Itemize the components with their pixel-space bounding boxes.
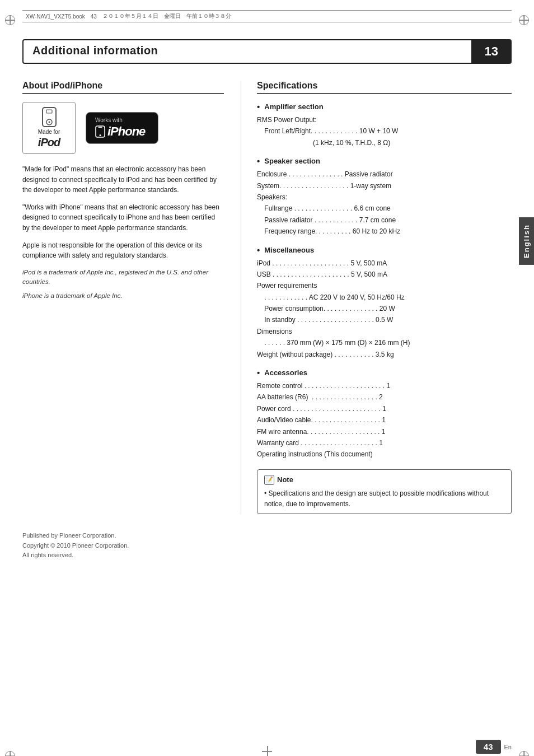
spec-line-3-3: Audio/Video cable. . . . . . . . . . . .…: [257, 414, 512, 426]
iphone-device-icon: [95, 125, 105, 138]
spec-line-2-6: Dimensions: [257, 326, 512, 337]
left-column: About iPod/iPhone Made for iPod: [22, 81, 224, 301]
spec-line-0-2: (1 kHz, 10 %, T.H.D., 8 Ω): [257, 137, 512, 148]
meta-date: ２０１０年５月１４日: [102, 12, 158, 20]
spec-line-1-2: Speakers:: [257, 192, 512, 203]
chapter-header: Additional information 13: [22, 39, 512, 64]
meta-file: XW-NAV1_VXZT5.book: [26, 13, 85, 20]
corner-circle-tl: [5, 15, 15, 25]
meta-day: 金曜日: [164, 12, 181, 20]
spec-line-1-4: Passive radiator . . . . . . . . . . . .…: [257, 214, 512, 226]
right-section-heading: Specifications: [257, 81, 512, 94]
footer-published: Published by Pioneer Corporation.: [22, 531, 512, 541]
works-with-iphone-badge: Works with iPhone: [86, 112, 158, 144]
spec-line-2-0: iPod . . . . . . . . . . . . . . . . . .…: [257, 258, 512, 269]
spec-section-1: • Speaker sectionEnclosure . . . . . . .…: [257, 156, 512, 237]
page-lang: En: [504, 744, 512, 750]
left-section-heading: About iPod/iPhone: [22, 81, 224, 94]
spec-line-1-3: Fullrange . . . . . . . . . . . . . . . …: [257, 203, 512, 214]
para-2: "Works with iPhone" means that an electr…: [22, 202, 224, 234]
spec-section-0: • Amplifier sectionRMS Power Output: Fro…: [257, 102, 512, 148]
footer-rights: All rights reserved.: [22, 550, 512, 561]
spec-line-1-0: Enclosure . . . . . . . . . . . . . . . …: [257, 169, 512, 180]
spec-line-3-0: Remote control . . . . . . . . . . . . .…: [257, 380, 512, 391]
svg-rect-3: [46, 110, 52, 113]
spec-line-1-1: System. . . . . . . . . . . . . . . . . …: [257, 180, 512, 192]
page-number-bar: 43 En: [476, 740, 512, 754]
center-bottom-mark: [262, 746, 272, 756]
page-number: 43: [476, 740, 501, 754]
iphone-label: iPhone: [95, 124, 145, 139]
spec-section-title-3: • Accessories: [257, 368, 512, 377]
spec-line-2-3: . . . . . . . . . . . . AC 220 V to 240 …: [257, 292, 512, 303]
meta-time: 午前１０時３８分: [186, 12, 231, 20]
chapter-title: Additional information: [24, 40, 472, 63]
bullet-icon: •: [257, 156, 260, 166]
meta-page: 43: [91, 13, 97, 20]
content-area: About iPod/iPhone Made for iPod: [22, 81, 512, 514]
spec-line-0-0: RMS Power Output:: [257, 114, 512, 125]
footer-copyright: Copyright © 2010 Pioneer Corporation.: [22, 541, 512, 551]
spec-line-2-7: . . . . . . 370 mm (W) × 175 mm (D) × 21…: [257, 337, 512, 348]
note-box: 📝 Note• Specifications and the design ar…: [257, 469, 512, 514]
footnote-1: iPod is a trademark of Apple Inc., regis…: [22, 268, 224, 287]
spec-line-2-2: Power requirements: [257, 280, 512, 291]
english-tab: English: [519, 217, 534, 265]
spec-line-3-1: AA batteries (R6) . . . . . . . . . . . …: [257, 391, 512, 403]
note-container: 📝 Note• Specifications and the design ar…: [257, 469, 512, 514]
spec-line-2-4: Power consumption. . . . . . . . . . . .…: [257, 303, 512, 314]
spec-section-3: • AccessoriesRemote control . . . . . . …: [257, 368, 512, 460]
svg-point-5: [100, 134, 101, 136]
bullet-icon: •: [257, 245, 260, 255]
spec-line-2-5: In standby . . . . . . . . . . . . . . .…: [257, 314, 512, 325]
spec-sections: • Amplifier sectionRMS Power Output: Fro…: [257, 102, 512, 460]
spec-section-title-0: • Amplifier section: [257, 102, 512, 111]
note-title: 📝 Note: [264, 474, 504, 486]
para-1: "Made for iPod" means that an electronic…: [22, 164, 224, 195]
corner-circle-tr: [519, 15, 529, 25]
spec-section-2: • MiscellaneousiPod . . . . . . . . . . …: [257, 245, 512, 361]
spec-line-1-5: Frequency range. . . . . . . . . . 60 Hz…: [257, 226, 512, 237]
bullet-icon: •: [257, 368, 260, 377]
svg-rect-6: [99, 127, 102, 128]
meta-bar: XW-NAV1_VXZT5.book 43 ２０１０年５月１４日 金曜日 午前１…: [22, 10, 512, 22]
spec-line-3-5: Warranty card . . . . . . . . . . . . . …: [257, 437, 512, 449]
spec-line-0-1: Front Left/Right. . . . . . . . . . . . …: [257, 125, 512, 137]
spec-line-3-2: Power cord . . . . . . . . . . . . . . .…: [257, 403, 512, 414]
spec-section-title-2: • Miscellaneous: [257, 245, 512, 255]
para-3: Apple is not responsible for the operati…: [22, 240, 224, 261]
spec-line-2-8: Weight (without package) . . . . . . . .…: [257, 349, 512, 360]
footer: Published by Pioneer Corporation. Copyri…: [22, 531, 512, 561]
svg-rect-0: [43, 108, 56, 127]
spec-line-3-4: FM wire antenna. . . . . . . . . . . . .…: [257, 426, 512, 437]
page: XW-NAV1_VXZT5.book 43 ２０１０年５月１４日 金曜日 午前１…: [0, 10, 534, 756]
made-for-label: Made for: [38, 129, 60, 135]
note-item-0: • Specifications and the design are subj…: [264, 488, 504, 509]
svg-point-2: [48, 122, 50, 123]
bullet-icon: •: [257, 102, 260, 111]
made-for-ipod-badge: Made for iPod: [22, 102, 76, 154]
ipod-device-icon: [41, 107, 57, 127]
right-column: Specifications • Amplifier sectionRMS Po…: [241, 81, 512, 514]
chapter-number: 13: [472, 40, 510, 63]
works-with-label: Works with: [95, 117, 123, 123]
spec-line-3-6: Operating instructions (This document): [257, 449, 512, 460]
note-icon: 📝: [264, 475, 274, 485]
footnote-2: iPhone is a trademark of Apple Inc.: [22, 291, 224, 301]
spec-section-title-1: • Speaker section: [257, 156, 512, 166]
spec-line-2-1: USB . . . . . . . . . . . . . . . . . . …: [257, 269, 512, 280]
logo-area: Made for iPod Works with iPhone: [22, 102, 224, 154]
ipod-label: iPod: [38, 136, 60, 149]
